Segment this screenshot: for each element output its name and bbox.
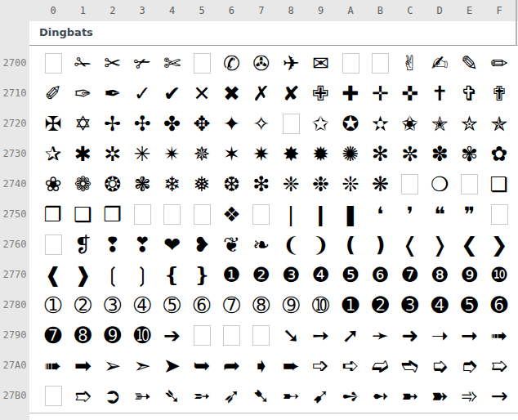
glyph-cell-277D[interactable]: ❽ xyxy=(426,260,453,289)
glyph-cell-2736[interactable]: ✶ xyxy=(217,139,245,168)
glyph-cell-27A5[interactable]: ➥ xyxy=(188,351,216,380)
glyph-cell-279A[interactable]: ➚ xyxy=(337,320,364,350)
glyph-cell-2752[interactable]: ❒ xyxy=(99,199,127,229)
glyph-cell-27A3[interactable]: ➣ xyxy=(128,351,156,380)
glyph-cell-27AE[interactable]: ➮ xyxy=(456,351,484,380)
glyph-cell-2735[interactable]: ✵ xyxy=(188,139,216,168)
glyph-cell-272B[interactable]: ✫ xyxy=(366,109,394,138)
glyph-cell-27BC[interactable]: ➼ xyxy=(396,381,424,410)
glyph-cell-27BE[interactable]: ➾ xyxy=(456,381,484,410)
glyph-cell-2766[interactable]: ❦ xyxy=(217,230,245,259)
glyph-cell-2790[interactable]: ➐ xyxy=(39,320,67,350)
glyph-cell-2731[interactable]: ✱ xyxy=(69,139,96,168)
glyph-cell-2716[interactable]: ✖ xyxy=(217,78,245,108)
glyph-cell-2784[interactable]: ➄ xyxy=(159,290,186,319)
glyph-cell-2763[interactable]: ❣ xyxy=(128,230,156,259)
glyph-cell-273E[interactable]: ✾ xyxy=(456,139,484,168)
glyph-cell-273F[interactable]: ✿ xyxy=(485,139,513,168)
glyph-cell-275C[interactable]: ❜ xyxy=(396,199,424,229)
glyph-cell-27B4[interactable]: ➴ xyxy=(159,381,186,410)
glyph-cell-2712[interactable]: ✒ xyxy=(99,78,127,108)
glyph-cell-271B[interactable]: ✛ xyxy=(366,78,394,108)
glyph-cell-2713[interactable]: ✓ xyxy=(128,78,156,108)
glyph-cell-27A6[interactable]: ➦ xyxy=(217,351,245,380)
glyph-cell-271C[interactable]: ✜ xyxy=(396,78,424,108)
glyph-cell-2785[interactable]: ➅ xyxy=(188,290,216,319)
glyph-cell-2768[interactable]: ❨ xyxy=(277,230,305,259)
glyph-cell-2764[interactable]: ❤ xyxy=(159,230,186,259)
glyph-cell-271E[interactable]: ✞ xyxy=(456,78,484,108)
glyph-cell-278C[interactable]: ➌ xyxy=(396,290,424,319)
glyph-cell-2777[interactable]: ❷ xyxy=(248,260,275,289)
glyph-cell-2719[interactable]: ✙ xyxy=(307,78,335,108)
glyph-cell-2707[interactable]: ✇ xyxy=(248,48,275,78)
glyph-cell-27A4[interactable]: ➤ xyxy=(159,351,186,380)
glyph-cell-2715[interactable]: ✕ xyxy=(188,78,216,108)
glyph-cell-2714[interactable]: ✔ xyxy=(159,78,186,108)
glyph-cell-27AF[interactable]: ➯ xyxy=(485,351,513,380)
glyph-cell-273C[interactable]: ✼ xyxy=(396,139,424,168)
glyph-cell-277A[interactable]: ❺ xyxy=(337,260,364,289)
glyph-cell-27B1[interactable]: ➱ xyxy=(69,381,96,410)
glyph-cell-27AC[interactable]: ➬ xyxy=(396,351,424,380)
glyph-cell-2733[interactable]: ✳ xyxy=(128,139,156,168)
glyph-cell-27BF[interactable]: → xyxy=(485,381,513,410)
glyph-cell-27A7[interactable]: ➧ xyxy=(248,351,275,380)
glyph-cell-27B6[interactable]: ➶ xyxy=(217,381,245,410)
glyph-cell-275A[interactable]: ❚ xyxy=(337,199,364,229)
glyph-cell-27A0[interactable]: ➠ xyxy=(39,351,67,380)
glyph-cell-2708[interactable]: ✈ xyxy=(277,48,305,78)
glyph-cell-2740[interactable]: ❀ xyxy=(39,169,67,199)
glyph-cell-2747[interactable]: ❇ xyxy=(248,169,275,199)
glyph-cell-2720[interactable]: ✠ xyxy=(39,109,67,138)
glyph-cell-2718[interactable]: ✘ xyxy=(277,78,305,108)
glyph-cell-275E[interactable]: ❞ xyxy=(456,199,484,229)
glyph-cell-2769[interactable]: ❩ xyxy=(307,230,335,259)
glyph-cell-277C[interactable]: ❼ xyxy=(396,260,424,289)
glyph-cell-2779[interactable]: ❹ xyxy=(307,260,335,289)
glyph-cell-2722[interactable]: ✢ xyxy=(99,109,127,138)
glyph-cell-2786[interactable]: ➆ xyxy=(217,290,245,319)
glyph-cell-2772[interactable]: ❲ xyxy=(99,260,127,289)
glyph-cell-2743[interactable]: ❃ xyxy=(128,169,156,199)
glyph-cell-2726[interactable]: ✦ xyxy=(217,109,245,138)
glyph-cell-2706[interactable]: ✆ xyxy=(217,48,245,78)
glyph-cell-274A[interactable]: ❊ xyxy=(337,169,364,199)
glyph-cell-277E[interactable]: ❾ xyxy=(456,260,484,289)
glyph-cell-276D[interactable]: ❭ xyxy=(426,230,453,259)
glyph-cell-2762[interactable]: ❢ xyxy=(99,230,127,259)
glyph-cell-2717[interactable]: ✗ xyxy=(248,78,275,108)
glyph-cell-27B5[interactable]: ➵ xyxy=(188,381,216,410)
glyph-cell-2738[interactable]: ✸ xyxy=(277,139,305,168)
glyph-cell-2744[interactable]: ❄ xyxy=(159,169,186,199)
glyph-cell-278D[interactable]: ➍ xyxy=(426,290,453,319)
glyph-cell-276B[interactable]: ❫ xyxy=(366,230,394,259)
glyph-cell-271D[interactable]: ✝ xyxy=(426,78,453,108)
glyph-cell-2788[interactable]: ➈ xyxy=(277,290,305,319)
glyph-cell-2756[interactable]: ❖ xyxy=(217,199,245,229)
glyph-cell-272F[interactable]: ✯ xyxy=(485,109,513,138)
glyph-cell-270D[interactable]: ✍ xyxy=(426,48,453,78)
glyph-cell-2709[interactable]: ✉ xyxy=(307,48,335,78)
glyph-cell-2741[interactable]: ❁ xyxy=(69,169,96,199)
glyph-cell-2704[interactable]: ✄ xyxy=(159,48,186,78)
glyph-cell-278F[interactable]: ➏ xyxy=(485,290,513,319)
glyph-cell-2723[interactable]: ✣ xyxy=(128,109,156,138)
glyph-cell-27AD[interactable]: ➭ xyxy=(426,351,453,380)
glyph-cell-272E[interactable]: ✮ xyxy=(456,109,484,138)
glyph-cell-27BD[interactable]: ➽ xyxy=(426,381,453,410)
glyph-cell-276E[interactable]: ❮ xyxy=(456,230,484,259)
glyph-cell-271A[interactable]: ✚ xyxy=(337,78,364,108)
glyph-cell-2703[interactable]: ✃ xyxy=(128,48,156,78)
glyph-cell-277B[interactable]: ❻ xyxy=(366,260,394,289)
glyph-cell-2749[interactable]: ❉ xyxy=(307,169,335,199)
glyph-cell-2787[interactable]: ➇ xyxy=(248,290,275,319)
glyph-cell-2776[interactable]: ❶ xyxy=(217,260,245,289)
glyph-cell-2730[interactable]: ✰ xyxy=(39,139,67,168)
glyph-cell-27A9[interactable]: ➩ xyxy=(307,351,335,380)
glyph-cell-27B2[interactable]: ➲ xyxy=(99,381,127,410)
glyph-cell-2761[interactable]: ❡ xyxy=(69,230,96,259)
glyph-cell-2775[interactable]: ❵ xyxy=(188,260,216,289)
glyph-cell-270C[interactable]: ✌ xyxy=(396,48,424,78)
glyph-cell-2759[interactable]: ❙ xyxy=(307,199,335,229)
